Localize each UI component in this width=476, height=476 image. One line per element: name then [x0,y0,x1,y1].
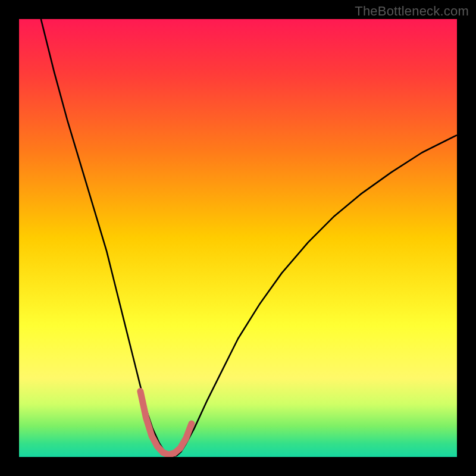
watermark-text: TheBottleneck.com [355,4,469,19]
chart-frame: TheBottleneck.com [0,0,476,476]
bottleneck-curve-chart [19,19,457,457]
gradient-background [19,19,457,457]
plot-area [19,19,457,457]
